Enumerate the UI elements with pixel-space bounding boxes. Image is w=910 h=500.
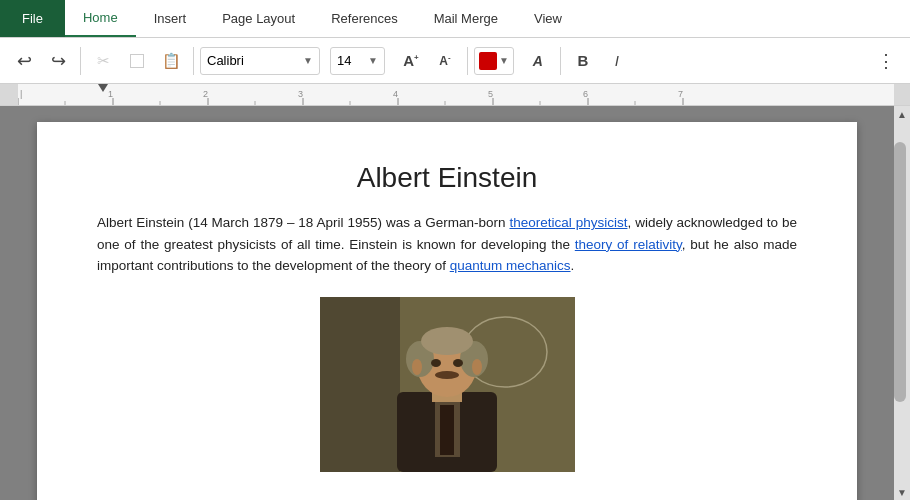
font-shrink-icon: A-	[439, 53, 450, 68]
svg-text:3: 3	[298, 89, 303, 99]
svg-point-40	[472, 359, 482, 375]
cut-button[interactable]: ✂	[87, 45, 119, 77]
menu-file[interactable]: File	[0, 0, 65, 37]
einstein-photo-svg: K	[320, 297, 575, 472]
link-quantum-mechanics[interactable]: quantum mechanics	[450, 258, 571, 273]
document-body: Albert Einstein (14 March 1879 – 18 Apri…	[97, 212, 797, 277]
link-theoretical-physicist[interactable]: theoretical physicist	[509, 215, 627, 230]
font-shrink-button[interactable]: A-	[429, 45, 461, 77]
svg-text:4: 4	[393, 89, 398, 99]
scroll-up-button[interactable]: ▲	[894, 106, 910, 122]
menu-mail-merge[interactable]: Mail Merge	[416, 0, 516, 37]
scroll-down-button[interactable]: ▼	[894, 484, 910, 500]
ruler-body: | 1 2 3 4 5 6 7	[18, 84, 894, 105]
copy-button[interactable]	[121, 45, 153, 77]
separator-2	[193, 47, 194, 75]
menu-view[interactable]: View	[516, 0, 580, 37]
cut-icon: ✂	[97, 52, 110, 70]
einstein-photo: K	[320, 297, 575, 472]
body-intro: Albert Einstein (14 March 1879 – 18 Apri…	[97, 215, 509, 230]
paste-icon: 📋	[162, 52, 181, 70]
more-options-button[interactable]: ⋮	[870, 45, 902, 77]
document-page: Albert Einstein Albert Einstein (14 Marc…	[37, 122, 857, 500]
scroll-track[interactable]	[894, 122, 910, 484]
svg-text:6: 6	[583, 89, 588, 99]
menu-references[interactable]: References	[313, 0, 415, 37]
svg-text:7: 7	[678, 89, 683, 99]
svg-point-39	[412, 359, 422, 375]
font-color-dropdown-icon: ▼	[499, 55, 509, 66]
copy-icon	[130, 54, 144, 68]
main-area: Albert Einstein Albert Einstein (14 Marc…	[0, 106, 910, 500]
ruler: | 1 2 3 4 5 6 7	[0, 84, 910, 106]
scroll-thumb[interactable]	[894, 142, 906, 402]
document-title: Albert Einstein	[97, 162, 797, 194]
toolbar: ↩ ↪ ✂ 📋 Calibri ▼ 14 ▼ A+ A- ▼ A B I	[0, 38, 910, 84]
clear-format-button[interactable]: A	[522, 45, 554, 77]
font-family-dropdown-icon: ▼	[303, 55, 313, 66]
font-size-label: 14	[337, 53, 351, 68]
font-family-label: Calibri	[207, 53, 244, 68]
menu-insert[interactable]: Insert	[136, 0, 205, 37]
font-grow-icon: A+	[403, 52, 419, 69]
document-image-container: K	[97, 297, 797, 472]
link-theory-of-relativity[interactable]: theory of relativity	[575, 237, 682, 252]
svg-text:1: 1	[108, 89, 113, 99]
svg-rect-24	[320, 297, 400, 472]
font-color-swatch	[479, 52, 497, 70]
svg-point-35	[421, 327, 473, 355]
bold-icon: B	[577, 52, 588, 69]
svg-point-37	[453, 359, 463, 367]
separator-4	[560, 47, 561, 75]
font-size-dropdown-icon: ▼	[368, 55, 378, 66]
font-color-button[interactable]: ▼	[474, 47, 514, 75]
undo-icon: ↩	[17, 50, 32, 72]
svg-point-38	[435, 371, 459, 379]
menu-home[interactable]: Home	[65, 0, 136, 37]
separator-3	[467, 47, 468, 75]
menu-bar: File Home Insert Page Layout References …	[0, 0, 910, 38]
bold-button[interactable]: B	[567, 45, 599, 77]
ruler-svg: | 1 2 3 4 5 6 7	[18, 84, 894, 105]
svg-point-36	[431, 359, 441, 367]
vertical-scrollbar[interactable]: ▲ ▼	[894, 106, 910, 500]
ruler-left-margin	[0, 84, 18, 105]
font-grow-button[interactable]: A+	[395, 45, 427, 77]
redo-icon: ↪	[51, 50, 66, 72]
svg-text:|: |	[20, 89, 22, 99]
menu-page-layout[interactable]: Page Layout	[204, 0, 313, 37]
body-after-link3: .	[571, 258, 575, 273]
document-area: Albert Einstein Albert Einstein (14 Marc…	[0, 106, 894, 500]
redo-button[interactable]: ↪	[42, 45, 74, 77]
more-options-icon: ⋮	[877, 50, 895, 72]
font-size-selector[interactable]: 14 ▼	[330, 47, 385, 75]
italic-icon: I	[615, 52, 619, 69]
undo-button[interactable]: ↩	[8, 45, 40, 77]
svg-rect-30	[440, 405, 454, 455]
separator-1	[80, 47, 81, 75]
svg-text:2: 2	[203, 89, 208, 99]
ruler-right-margin	[894, 84, 910, 105]
italic-button[interactable]: I	[601, 45, 633, 77]
clear-format-icon: A	[533, 53, 543, 69]
paste-button[interactable]: 📋	[155, 45, 187, 77]
font-family-selector[interactable]: Calibri ▼	[200, 47, 320, 75]
ruler-indent-marker[interactable]	[98, 84, 108, 92]
svg-text:5: 5	[488, 89, 493, 99]
